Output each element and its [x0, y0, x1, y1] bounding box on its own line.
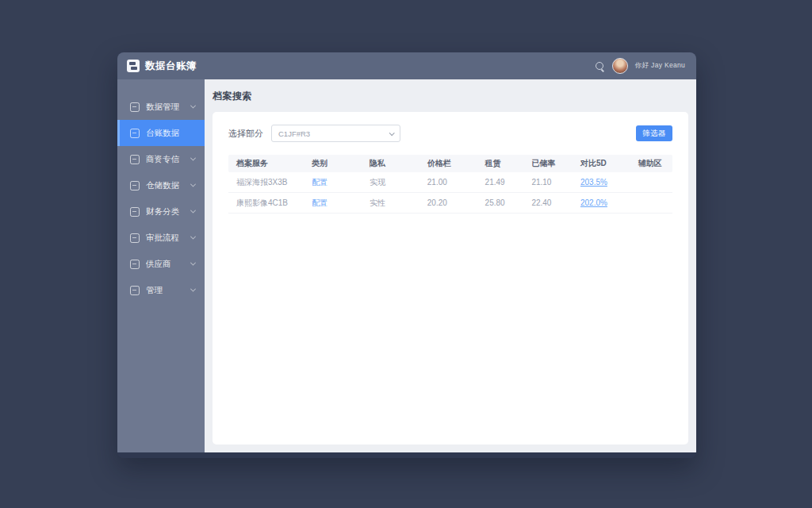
- row-trend-link[interactable]: 203.5%: [573, 178, 630, 187]
- table-cell: 实性: [362, 198, 419, 209]
- sidebar-item-6[interactable]: 审批流程: [117, 225, 205, 251]
- sidebar-item-label: 商资专信: [146, 154, 191, 165]
- ledger-icon: [130, 129, 140, 138]
- table-body: 福深海报3X3B配置实现21.0021.4921.10203.5%康熙影像4C1…: [228, 172, 672, 214]
- chevron-down-icon: [190, 260, 196, 266]
- chevron-down-icon: [389, 130, 395, 136]
- header-actions: 你好 Jay Keanu: [595, 58, 685, 74]
- table-cell: 25.80: [477, 198, 524, 207]
- column-header-5: 租赁: [477, 158, 524, 169]
- app-window: 数据台账簿 你好 Jay Keanu 数据管理 台账数据 商资专信 仓储: [117, 52, 696, 458]
- user-greeting: 你好 Jay Keanu: [635, 61, 685, 71]
- table-header-row: 档案服务类别隐私价格栏租赁已储率对比5D辅助区: [228, 155, 672, 172]
- column-header-1: 档案服务: [228, 158, 304, 169]
- sidebar-item-label: 台账数据: [146, 128, 195, 139]
- settings-icon: [130, 286, 140, 295]
- column-header-4: 价格栏: [419, 158, 477, 169]
- user-avatar[interactable]: [612, 58, 628, 74]
- sidebar-item-label: 财务分类: [146, 206, 191, 217]
- content-card: 选择部分 C1JF#R3 筛选器 档案服务类别隐私价格栏租赁已储率对比5D辅助区…: [213, 112, 688, 444]
- column-header-6: 已储率: [523, 158, 573, 169]
- chevron-down-icon: [190, 156, 196, 161]
- sidebar: 数据管理 台账数据 商资专信 仓储数据 财务分类 审批流程: [117, 79, 205, 452]
- row-trend-link[interactable]: 202.0%: [573, 198, 630, 207]
- table-cell: 21.49: [477, 178, 524, 187]
- column-header-8: 辅助区: [630, 158, 672, 169]
- archive-icon: [130, 181, 140, 190]
- sidebar-item-8[interactable]: 管理: [117, 277, 205, 303]
- sidebar-item-label: 审批流程: [146, 233, 191, 244]
- table-row: 福深海报3X3B配置实现21.0021.4921.10203.5%: [228, 172, 672, 193]
- search-icon[interactable]: [595, 61, 605, 71]
- app-header: 数据台账簿 你好 Jay Keanu: [117, 52, 696, 79]
- app-logo-icon: [127, 60, 140, 72]
- column-header-3: 隐私: [362, 158, 419, 169]
- table-cell: 康熙影像4C1B: [228, 198, 304, 209]
- chevron-down-icon: [190, 234, 196, 240]
- chat-icon: [130, 155, 140, 164]
- sidebar-item-4[interactable]: 仓储数据: [117, 172, 205, 198]
- mail-icon: [130, 233, 140, 243]
- chevron-down-icon: [190, 103, 196, 109]
- table-cell: 22.40: [523, 198, 573, 207]
- row-config-link[interactable]: 配置: [304, 198, 362, 209]
- sidebar-item-7[interactable]: 供应商: [117, 251, 205, 277]
- table-cell: 实现: [362, 177, 419, 188]
- chevron-down-icon: [190, 182, 196, 187]
- sidebar-item-label: 数据管理: [146, 102, 191, 113]
- window-bottom-edge: [117, 452, 696, 458]
- dashboard-icon: [130, 102, 140, 112]
- approval-icon: [130, 260, 140, 269]
- app-body: 数据管理 台账数据 商资专信 仓储数据 财务分类 审批流程: [117, 79, 696, 452]
- filter-select[interactable]: C1JF#R3: [271, 125, 400, 142]
- sidebar-item-5[interactable]: 财务分类: [117, 198, 205, 225]
- filter-button[interactable]: 筛选器: [636, 125, 672, 141]
- sidebar-item-1[interactable]: 数据管理: [117, 94, 205, 120]
- filter-select-value: C1JF#R3: [278, 129, 310, 138]
- chevron-down-icon: [190, 208, 196, 214]
- table-cell: 21.00: [419, 178, 477, 187]
- column-header-2: 类别: [304, 158, 362, 169]
- table-cell: 20.20: [419, 198, 477, 207]
- main-content: 档案搜索 选择部分 C1JF#R3 筛选器 档案服务类别隐私价格栏租赁已储率对比…: [205, 79, 696, 452]
- brand: 数据台账簿: [127, 60, 197, 73]
- chevron-down-icon: [190, 287, 196, 292]
- sidebar-item-3[interactable]: 商资专信: [117, 146, 205, 172]
- finance-icon: [130, 207, 140, 217]
- table-cell: 21.10: [523, 178, 573, 187]
- sidebar-item-label: 管理: [146, 285, 191, 296]
- table-row: 康熙影像4C1B配置实性20.2025.8022.40202.0%: [228, 193, 672, 214]
- column-header-7: 对比5D: [573, 158, 630, 169]
- filter-label: 选择部分: [228, 128, 263, 140]
- table-cell: 福深海报3X3B: [228, 177, 304, 188]
- sidebar-item-2[interactable]: 台账数据: [117, 120, 205, 146]
- sidebar-item-label: 仓储数据: [146, 180, 191, 191]
- app-title: 数据台账簿: [145, 60, 197, 73]
- data-table: 档案服务类别隐私价格栏租赁已储率对比5D辅助区 福深海报3X3B配置实现21.0…: [228, 155, 672, 214]
- sidebar-item-label: 供应商: [146, 259, 191, 270]
- row-config-link[interactable]: 配置: [304, 177, 362, 188]
- page-title: 档案搜索: [205, 79, 696, 112]
- filter-row: 选择部分 C1JF#R3 筛选器: [228, 125, 672, 142]
